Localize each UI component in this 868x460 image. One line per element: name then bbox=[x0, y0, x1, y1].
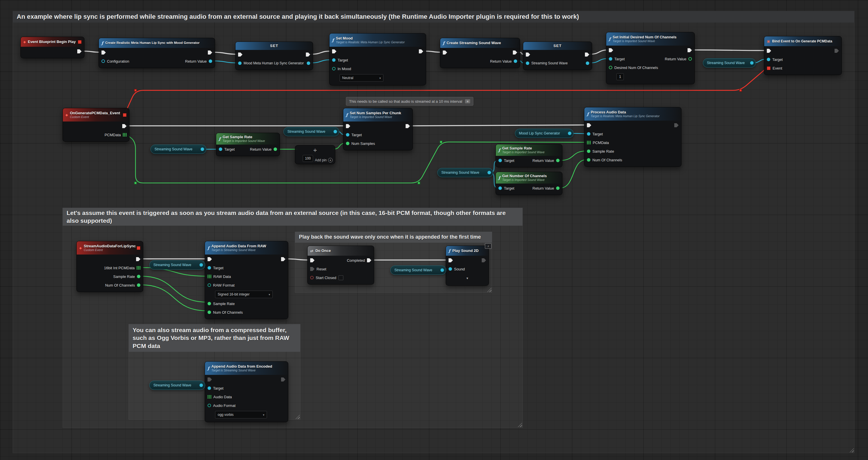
start-closed-pin[interactable] bbox=[310, 276, 314, 279]
event-begin-play[interactable]: ◆Event Blueprint Begin Play bbox=[21, 37, 85, 58]
target-pin[interactable] bbox=[498, 186, 502, 190]
exec-pin[interactable] bbox=[208, 51, 212, 55]
exec-pin[interactable] bbox=[208, 257, 212, 261]
output-pin[interactable] bbox=[334, 130, 337, 133]
pcmdata-pin[interactable] bbox=[587, 141, 591, 145]
exec-pin[interactable] bbox=[136, 257, 141, 261]
exec-pin[interactable] bbox=[346, 124, 350, 128]
var-streaming-sound-wave-encoded[interactable]: Streaming Sound Wave bbox=[149, 381, 205, 390]
reroute-node[interactable] bbox=[739, 89, 742, 92]
audio-data-pin[interactable] bbox=[208, 395, 211, 399]
exec-pin[interactable] bbox=[482, 258, 486, 262]
blueprint-graph[interactable]: An example where lip sync is performed w… bbox=[0, 0, 868, 460]
target-pin[interactable] bbox=[219, 147, 222, 151]
sound-pin[interactable] bbox=[448, 267, 452, 271]
raw-format-select[interactable]: Signed 16-bit integer▾ bbox=[215, 291, 273, 298]
sample-rate-pin[interactable] bbox=[587, 149, 590, 153]
play-sound-2d[interactable]: ƒPlay Sound 2D♪Sound▾ bbox=[446, 246, 489, 286]
var-streaming-sound-wave-playsound[interactable]: Streaming Sound Wave bbox=[390, 265, 446, 275]
exec-pin[interactable] bbox=[208, 377, 212, 381]
exec-pin[interactable] bbox=[674, 123, 679, 127]
exec-pin[interactable] bbox=[587, 123, 591, 127]
process-audio-data[interactable]: ƒProcess Audio DataTarget is Realistic M… bbox=[584, 107, 681, 167]
exec-pin[interactable] bbox=[609, 48, 613, 52]
exec-pin[interactable] bbox=[419, 49, 423, 53]
exec-pin[interactable] bbox=[448, 258, 453, 262]
target-pin[interactable] bbox=[332, 58, 336, 62]
16bit-int-pcmdata-pin[interactable] bbox=[137, 266, 141, 270]
return-value-pin[interactable] bbox=[514, 59, 517, 63]
target-pin[interactable] bbox=[498, 159, 502, 162]
stream-audio-event[interactable]: ◆StreamAudioDataForLipSyncCustom Event16… bbox=[76, 241, 143, 292]
append-audio-from-raw[interactable]: ƒAppend Audio Data From RAWTarget is Str… bbox=[205, 241, 288, 319]
audio-format-pin[interactable] bbox=[208, 404, 211, 407]
exec-pin[interactable] bbox=[306, 53, 310, 57]
in-mood-select[interactable]: Neutral▾ bbox=[340, 74, 383, 82]
configuration-pin[interactable] bbox=[101, 59, 105, 63]
delegate-pin[interactable] bbox=[123, 113, 127, 117]
object-pin[interactable] bbox=[307, 61, 310, 65]
set-mood-generator-variable[interactable]: SETMood Meta Human Lip Sync Generator bbox=[235, 41, 313, 70]
return-value-pin[interactable] bbox=[556, 159, 560, 162]
target-pin[interactable] bbox=[208, 266, 211, 269]
target-pin[interactable] bbox=[208, 386, 211, 390]
exec-pin[interactable] bbox=[835, 49, 839, 53]
result-pin[interactable] bbox=[329, 148, 333, 151]
output-pin[interactable] bbox=[199, 263, 203, 267]
raw-data-pin[interactable] bbox=[208, 275, 211, 279]
streaming-sound-wave-pin[interactable] bbox=[526, 61, 529, 65]
return-value-pin[interactable] bbox=[209, 59, 212, 63]
desired-num-of-channels-input[interactable]: 1 bbox=[616, 73, 624, 80]
comment-bubble-pin-icon[interactable]: ≡ bbox=[465, 99, 470, 103]
exec-pin[interactable] bbox=[443, 51, 447, 55]
return-value-pin[interactable] bbox=[556, 186, 560, 190]
var-streaming-sound-wave-getters[interactable]: Streaming Sound Wave bbox=[437, 168, 493, 177]
target-pin[interactable] bbox=[609, 57, 612, 61]
reset-pin[interactable] bbox=[310, 267, 314, 271]
in-mood-pin[interactable] bbox=[332, 67, 336, 70]
target-pin[interactable] bbox=[767, 58, 770, 61]
create-realistic-lipsync[interactable]: ƒCreate Realistic Meta Human Lip Sync wi… bbox=[99, 38, 215, 68]
output-pin[interactable] bbox=[568, 132, 571, 135]
var-streaming-sound-wave-chunk[interactable]: Streaming Sound Wave bbox=[283, 127, 339, 136]
var-mood-lip-sync-generator[interactable]: Mood Lip Sync Generator bbox=[515, 129, 574, 138]
num-of-channels-pin[interactable] bbox=[137, 283, 141, 287]
exec-pin[interactable] bbox=[281, 257, 285, 261]
do-once[interactable]: ⇄Do OnceCompletedResetStart Closed bbox=[307, 246, 374, 285]
reroute-node[interactable] bbox=[440, 141, 442, 143]
raw-format-pin[interactable] bbox=[208, 283, 211, 287]
object-pin[interactable] bbox=[586, 61, 589, 65]
target-pin[interactable] bbox=[587, 132, 590, 136]
exec-pin[interactable] bbox=[406, 124, 410, 128]
return-value-pin[interactable] bbox=[274, 147, 277, 151]
exec-pin[interactable] bbox=[687, 48, 692, 52]
output-pin[interactable] bbox=[488, 171, 491, 174]
set-mood[interactable]: ƒSet MoodTarget is Realistic Meta Human … bbox=[329, 33, 426, 85]
get-sample-rate-2[interactable]: ƒGet Sample RateTarget is Imported Sound… bbox=[496, 144, 562, 167]
var-streaming-sound-wave-appendraw[interactable]: Streaming Sound Wave bbox=[149, 260, 205, 269]
exec-pin[interactable] bbox=[767, 49, 771, 53]
on-generate-pcmdata-event[interactable]: ◆OnGeneratePCMData_EventCustom EventPCMD… bbox=[63, 108, 129, 142]
exec-pin[interactable] bbox=[122, 124, 127, 128]
output-pin[interactable] bbox=[200, 147, 204, 151]
operand-a-pin[interactable] bbox=[298, 148, 301, 151]
start-closed-checkbox[interactable] bbox=[338, 275, 343, 280]
num-of-channels-pin[interactable] bbox=[208, 311, 211, 314]
exec-pin[interactable] bbox=[526, 53, 530, 57]
operand-b-input[interactable]: 100 bbox=[303, 155, 313, 162]
output-pin[interactable] bbox=[750, 61, 753, 65]
add-pin-button[interactable]: Add pin+ bbox=[315, 158, 333, 163]
sample-rate-pin[interactable] bbox=[208, 302, 211, 305]
chevron-down-icon[interactable]: ▾ bbox=[466, 276, 468, 280]
num-samples-pin[interactable] bbox=[346, 142, 349, 145]
divide-node[interactable]: ÷100Add pin+ bbox=[295, 145, 335, 164]
exec-pin[interactable] bbox=[101, 51, 106, 55]
create-streaming-sound-wave[interactable]: ƒCreate Streaming Sound WaveReturn Value bbox=[440, 38, 520, 68]
output-pin[interactable] bbox=[199, 383, 203, 387]
exec-pin[interactable] bbox=[332, 49, 336, 53]
exec-pin[interactable] bbox=[585, 53, 589, 57]
mood-meta-human-lip-sync-generator-pin[interactable] bbox=[238, 61, 242, 65]
exec-pin[interactable] bbox=[238, 53, 243, 57]
reroute-node[interactable] bbox=[134, 181, 137, 184]
delegate-pin[interactable] bbox=[137, 246, 141, 250]
